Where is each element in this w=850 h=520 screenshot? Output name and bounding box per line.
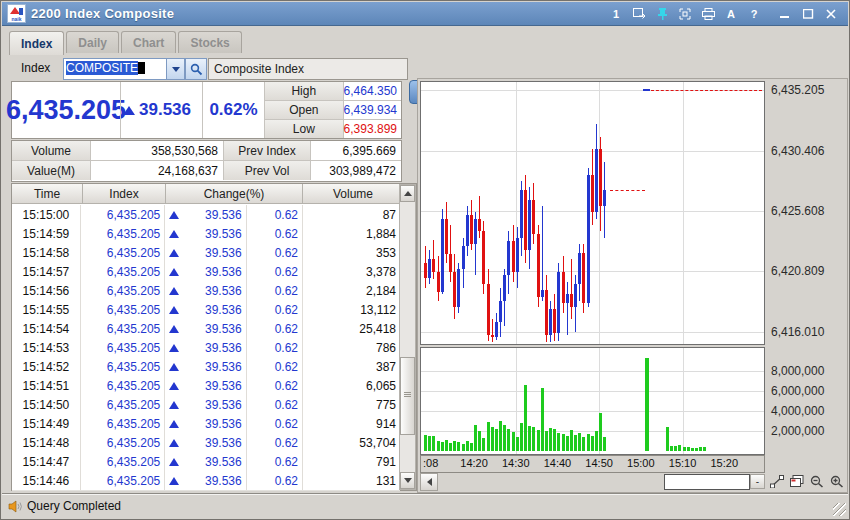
price-axis-label: 6,416.010 [771, 325, 824, 339]
volume-bar [578, 433, 581, 451]
maximize-button[interactable] [801, 7, 815, 20]
candle-wick [571, 259, 572, 319]
cell-pct: 0.62 [247, 205, 303, 224]
combobox-dropdown-button[interactable] [166, 59, 184, 79]
cell-time: 15:14:47 [12, 452, 81, 471]
cell-change: 39.536 [165, 262, 246, 281]
font-settings-button[interactable]: A [724, 7, 738, 20]
tab-index[interactable]: Index [9, 31, 64, 55]
change-value: 39.536 [179, 341, 245, 355]
trendline-tool-icon[interactable] [768, 473, 786, 489]
table-row[interactable]: 15:14:576,435.20539.5360.623,378 [12, 262, 400, 282]
chart-scroll-left-button[interactable] [420, 473, 438, 491]
zoom-out-icon[interactable] [808, 473, 826, 489]
zoom-in-icon[interactable] [828, 473, 846, 489]
table-row[interactable]: 15:14:506,435.20539.5360.62775 [12, 395, 400, 415]
candle-body [432, 259, 435, 272]
candle-body [587, 175, 590, 303]
resize-grip[interactable] [833, 503, 846, 516]
cell-change: 39.536 [165, 224, 246, 243]
cell-pct: 0.62 [247, 395, 303, 414]
tab-stocks[interactable]: Stocks [178, 31, 241, 53]
detach-window-icon[interactable] [632, 7, 646, 20]
table-scrollbar[interactable] [399, 184, 416, 490]
volume-bar [699, 447, 702, 452]
table-row[interactable]: 15:14:496,435.20539.5360.62914 [12, 414, 400, 434]
table-row[interactable]: 15:14:596,435.20539.5360.621,884 [12, 224, 400, 244]
table-row[interactable]: 15:14:566,435.20539.5360.622,184 [12, 281, 400, 301]
up-arrow-icon [169, 230, 179, 238]
volume-bar [537, 430, 540, 451]
change-value: 39.536 [179, 227, 245, 241]
candle-body [512, 241, 515, 271]
cell-index: 6,435.205 [81, 376, 165, 395]
volume-bar [441, 442, 444, 451]
cell-change: 39.536 [165, 357, 246, 376]
index-input[interactable]: COMPOSITE [64, 59, 166, 79]
tab-strip: Index Daily Chart Stocks [9, 31, 242, 54]
volume-bar [687, 447, 690, 451]
scroll-up-button[interactable] [400, 185, 415, 202]
candle-body [557, 272, 560, 334]
chart-collapse-button[interactable]: - [750, 474, 765, 489]
table-row[interactable]: 15:14:476,435.20539.5360.62791 [12, 452, 400, 472]
chart-range-box[interactable] [664, 474, 750, 490]
table-row[interactable]: 15:14:586,435.20539.5360.62353 [12, 243, 400, 263]
titlebar[interactable]: naik 2200 Index Composite 1 A ? [2, 2, 848, 26]
tab-daily[interactable]: Daily [66, 31, 119, 53]
help-button[interactable]: ? [747, 7, 761, 20]
col-volume: Volume [303, 184, 404, 204]
prev-index-value: 6,395.669 [311, 141, 401, 160]
volume-bar [549, 428, 552, 451]
cell-volume: 1,884 [303, 224, 400, 243]
volume-bar [703, 447, 706, 451]
search-button[interactable] [185, 58, 207, 80]
print-icon[interactable] [701, 7, 715, 20]
table-row[interactable]: 15:14:516,435.20539.5360.626,065 [12, 376, 400, 396]
cell-pct: 0.62 [247, 319, 303, 338]
table-row[interactable]: 15:14:526,435.20539.5360.62387 [12, 357, 400, 377]
price-axis-label: 6,430.406 [771, 144, 824, 158]
change-value: 39.536 [179, 208, 245, 222]
volume-chart-pane[interactable] [420, 347, 765, 455]
scrollbar-thumb[interactable] [400, 357, 415, 435]
index-combobox[interactable]: COMPOSITE [63, 58, 185, 80]
cell-index: 6,435.205 [81, 433, 165, 452]
table-row[interactable]: 15:14:556,435.20539.5360.6213,112 [12, 300, 400, 320]
up-arrow-icon [169, 306, 179, 314]
cell-index: 6,435.205 [81, 224, 165, 243]
table-row[interactable]: 15:14:486,435.20539.5360.6253,704 [12, 433, 400, 453]
cell-pct: 0.62 [247, 300, 303, 319]
pin-icon[interactable] [655, 7, 669, 20]
cell-volume: 353 [303, 243, 400, 262]
col-index: Index [83, 184, 166, 204]
candle-body [524, 190, 527, 250]
price-chart-pane[interactable] [420, 81, 765, 345]
volume-bar [553, 429, 556, 451]
chart-panel: :0814:2014:3014:4014:5015:0015:1015:20 6… [417, 78, 848, 493]
table-row[interactable]: 15:14:546,435.20539.5360.6225,418 [12, 319, 400, 339]
table-row[interactable]: 15:14:466,435.20539.5360.62131 [12, 471, 400, 491]
change-value: 39.536 [179, 436, 245, 450]
scroll-down-button[interactable] [400, 472, 415, 489]
time-axis: :0814:2014:3014:4014:5015:0015:1015:20 [420, 455, 765, 473]
candle-body [478, 219, 481, 232]
fullscreen-icon[interactable] [678, 7, 692, 20]
cell-change: 39.536 [165, 281, 246, 300]
up-arrow-icon [169, 268, 179, 276]
volume-bar [582, 437, 585, 451]
chart-layers-icon[interactable] [788, 473, 806, 489]
cell-time: 15:14:55 [12, 300, 81, 319]
cell-index: 6,435.205 [81, 471, 165, 490]
candle-body [549, 309, 552, 334]
table-row[interactable]: 15:14:536,435.20539.5360.62786 [12, 338, 400, 358]
close-button[interactable] [824, 7, 838, 20]
tab-chart[interactable]: Chart [121, 31, 176, 53]
quote-panel: 6,435.205 39.536 0.62% High 6,464.350 Op… [11, 81, 402, 139]
minimize-button[interactable] [778, 7, 792, 20]
cell-time: 15:14:50 [12, 395, 81, 414]
candle-body [507, 241, 510, 275]
table-row[interactable]: 15:15:006,435.20539.5360.6287 [12, 205, 400, 225]
volume-bar [499, 421, 502, 451]
volume-bar [695, 448, 698, 451]
